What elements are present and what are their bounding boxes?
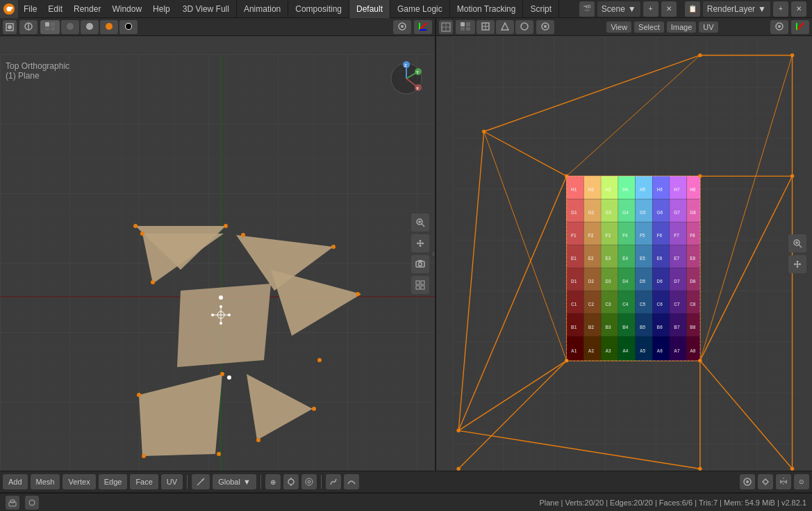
uv-gizmo-btn[interactable] <box>791 20 809 34</box>
viewport-shading-btn2[interactable] <box>81 20 99 34</box>
viewport-overlay-toggle[interactable] <box>393 20 411 34</box>
vertex-button[interactable]: Vertex <box>63 474 95 489</box>
edge-button[interactable]: Edge <box>99 474 128 489</box>
renderlayer-icon[interactable]: 📋 <box>685 1 700 17</box>
svg-text:A1: A1 <box>571 348 577 353</box>
uv-button[interactable]: UV <box>161 474 183 489</box>
tab-motiontracking[interactable]: Motion Tracking <box>450 0 524 18</box>
viewport-view-btn[interactable] <box>40 20 60 34</box>
transform-orientation-icon[interactable] <box>192 474 210 489</box>
renderlayer-add-icon[interactable]: + <box>773 1 788 17</box>
viewport-shading-btn4[interactable] <box>119 20 138 34</box>
falloff-icon[interactable] <box>344 474 359 489</box>
pivot-icon[interactable]: ⊕ <box>265 474 281 489</box>
snap-right[interactable] <box>758 474 773 489</box>
svg-point-50 <box>217 452 221 456</box>
menu-file[interactable]: File <box>18 0 42 18</box>
svg-rect-76 <box>421 286 424 289</box>
uv-uv-label[interactable]: UV <box>699 22 718 33</box>
renderlayer-dropdown-icon[interactable]: ▼ <box>758 4 766 14</box>
menu-help[interactable]: Help <box>147 0 176 18</box>
scene-dropdown-icon[interactable]: ▼ <box>628 4 636 14</box>
transform-label[interactable]: Global ▼ <box>213 474 256 489</box>
camera-tool[interactable] <box>411 255 429 273</box>
uv-image-label[interactable]: Image <box>667 22 697 33</box>
proportional-icon[interactable] <box>301 474 317 489</box>
svg-point-44 <box>331 245 335 249</box>
status-icon-left[interactable] <box>6 496 19 510</box>
svg-text:G2: G2 <box>588 210 595 215</box>
uv-options-btn[interactable] <box>536 20 554 34</box>
svg-text:D8: D8 <box>690 279 696 284</box>
blender-logo[interactable] <box>0 0 18 18</box>
uv-mode-btn1[interactable] <box>456 20 475 34</box>
uv-zoom-tool[interactable] <box>788 234 806 252</box>
scene-remove-icon[interactable]: ✕ <box>661 1 677 17</box>
svg-point-13 <box>106 23 113 30</box>
zoom-tool[interactable] <box>411 213 429 232</box>
tab-3dviewfull[interactable]: 3D View Full <box>176 0 237 18</box>
svg-line-18 <box>420 23 426 30</box>
viewport-shading-btn3[interactable] <box>100 20 118 34</box>
uv-canvas[interactable]: H1 H2 H3 H4 H5 H6 H7 H8 G1 G2 G3 G4 G5 G… <box>436 36 812 471</box>
svg-text:C6: C6 <box>657 302 663 307</box>
viewport-gizmo-btn[interactable] <box>414 20 432 34</box>
snap-icon[interactable] <box>283 474 299 489</box>
svg-point-36 <box>211 314 214 316</box>
area-resize-handle[interactable]: › <box>432 249 435 259</box>
status-icon-right[interactable] <box>25 496 39 510</box>
uv-pan-tool[interactable] <box>788 255 806 273</box>
mesh-button[interactable]: Mesh <box>31 474 60 489</box>
mirror-icon[interactable] <box>776 474 791 489</box>
renderlayer-selector[interactable]: RenderLayer ▼ <box>703 1 770 17</box>
menu-window[interactable]: Window <box>106 0 147 18</box>
svg-text:C2: C2 <box>588 302 595 307</box>
viewport-shading-btn1[interactable] <box>61 20 79 34</box>
add-button[interactable]: Add <box>3 474 28 489</box>
viewport-overlay-btn[interactable] <box>19 20 38 34</box>
menu-render[interactable]: Render <box>68 0 106 18</box>
svg-text:F8: F8 <box>690 233 695 238</box>
svg-text:C3: C3 <box>606 302 612 307</box>
viewport-grid <box>0 54 435 471</box>
svg-point-90 <box>544 25 547 28</box>
svg-text:B8: B8 <box>690 325 696 330</box>
tab-gamelogic[interactable]: Game Logic <box>390 0 450 18</box>
uv-overlay-btn[interactable] <box>770 20 788 34</box>
svg-text:Y: Y <box>416 70 419 74</box>
tab-script[interactable]: Script <box>523 0 559 18</box>
uv-select-label[interactable]: Select <box>634 22 664 33</box>
sculpt-icon[interactable] <box>326 474 341 489</box>
uv-mode-btn2[interactable] <box>477 20 495 34</box>
scene-icon[interactable]: 🎬 <box>579 1 595 17</box>
svg-text:A8: A8 <box>690 348 696 353</box>
tab-default[interactable]: Default <box>349 0 390 18</box>
tab-compositing[interactable]: Compositing <box>288 0 349 18</box>
separator3 <box>321 475 322 489</box>
viewport-type-icon[interactable] <box>3 20 17 34</box>
pan-tool[interactable] <box>411 234 429 252</box>
uv-mode-btn4[interactable] <box>515 20 533 34</box>
svg-point-52 <box>256 438 260 442</box>
origin-icon[interactable]: ⊙ <box>794 474 809 489</box>
svg-text:E6: E6 <box>657 256 663 261</box>
uv-mode-btn3[interactable] <box>496 20 514 34</box>
svg-rect-9 <box>45 27 49 31</box>
face-button[interactable]: Face <box>130 474 158 489</box>
uv-editor-icon[interactable] <box>439 20 453 34</box>
svg-text:F2: F2 <box>588 233 594 238</box>
grid-tool[interactable] <box>411 276 429 294</box>
scene-selector[interactable]: Scene ▼ <box>597 1 640 17</box>
tab-animation[interactable]: Animation <box>237 0 288 18</box>
svg-text:G7: G7 <box>674 210 680 215</box>
svg-marker-87 <box>502 23 508 30</box>
menu-edit[interactable]: Edit <box>42 0 68 18</box>
top-menubar: File Edit Render Window Help 3D View Ful… <box>0 0 812 18</box>
viewport-overlay-right[interactable] <box>740 474 755 489</box>
renderlayer-remove-icon[interactable]: ✕ <box>791 1 806 17</box>
scene-add-icon[interactable]: + <box>643 1 658 17</box>
svg-text:C7: C7 <box>674 302 680 307</box>
viewport-canvas[interactable]: Top Orthographic (1) Plane Z Y <box>0 36 435 471</box>
svg-text:H6: H6 <box>657 187 663 192</box>
uv-view-label[interactable]: View <box>606 22 631 33</box>
